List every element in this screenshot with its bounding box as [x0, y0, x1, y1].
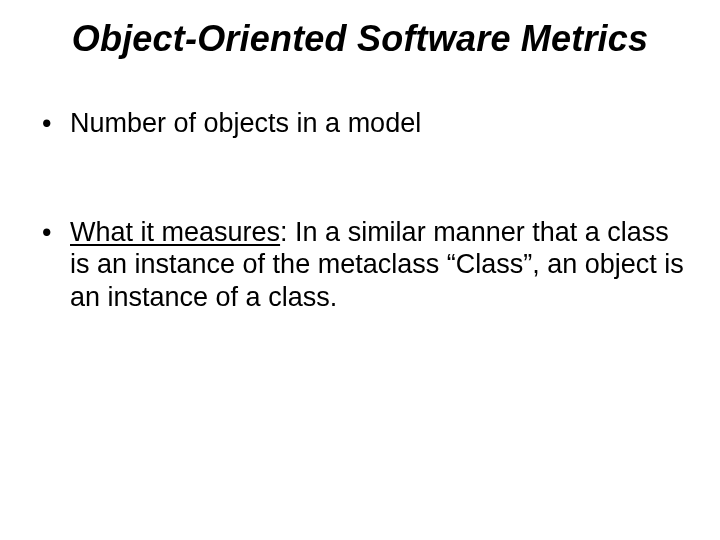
- bullet-2-label: What it measures: [70, 217, 280, 247]
- slide: Object-Oriented Software Metrics Number …: [0, 0, 720, 540]
- slide-title: Object-Oriented Software Metrics: [36, 18, 684, 59]
- bullet-item-2: What it measures: In a similar manner th…: [42, 216, 684, 313]
- bullet-list: Number of objects in a model What it mea…: [36, 107, 684, 313]
- bullet-1-text: Number of objects in a model: [70, 108, 421, 138]
- bullet-item-1: Number of objects in a model: [42, 107, 684, 139]
- bullet-2-separator: :: [280, 217, 295, 247]
